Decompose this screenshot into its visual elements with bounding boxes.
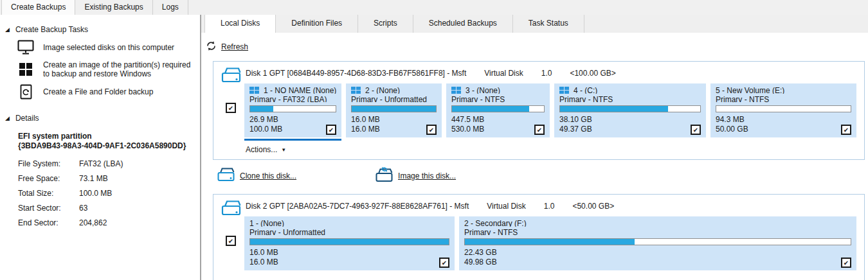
disk-1-checkbox[interactable]: ✔ — [226, 103, 236, 113]
partition-checkbox[interactable]: ✔ — [326, 125, 336, 135]
partition-name: EFI system partition — [18, 132, 195, 141]
partition-type: Primary - FAT32 (LBA) — [249, 95, 336, 101]
partition-sizes: 22.43 GB 49.98 GB — [464, 248, 497, 268]
prop-value: 100.0 MB — [79, 189, 195, 198]
disk-1-header: Disk 1 GPT [0684B449-8957-4D68-83D3-FB67… — [244, 67, 856, 83]
task-label: Image selected disks on this computer — [43, 43, 174, 52]
usage-bar — [351, 105, 437, 112]
image-disk-action[interactable]: Image this disk... — [375, 166, 456, 185]
window-tab-bar: Create Backups Existing Backups Logs — [0, 0, 868, 15]
windows-flag-icon — [451, 87, 461, 94]
disk-title: Disk 1 GPT [0684B449-8957-4D68-83D3-FB67… — [246, 69, 466, 78]
prop-value: 63 — [79, 204, 195, 213]
clone-disk-action[interactable]: Clone this disk... — [217, 167, 296, 184]
partition-type: Primary - NTFS — [559, 95, 701, 101]
windows-flag-icon — [559, 87, 569, 94]
prop-value: 204,862 — [79, 218, 195, 227]
disk-title: Disk 2 GPT [2ABA02A5-7DC7-4963-927F-88E8… — [246, 202, 469, 211]
partition-checkbox[interactable]: ✔ — [439, 258, 449, 268]
tab-create-backups[interactable]: Create Backups — [1, 0, 75, 15]
used-size: 16.0 MB — [351, 115, 380, 125]
partition-name: 2 - (None) — [365, 87, 400, 94]
partition-type: Primary - NTFS — [464, 228, 851, 234]
create-backup-tasks-header[interactable]: ◢ Create Backup Tasks — [5, 25, 197, 34]
used-size: 16.0 MB — [249, 248, 278, 258]
disk-size: <100.00 GB> — [570, 69, 615, 78]
partition-sizes: 94.3 MB 50.00 GB — [716, 115, 748, 135]
partition-name: 2 - Secondary (F:) — [464, 220, 527, 227]
actions-dropdown[interactable]: Actions... ▼ — [246, 145, 856, 154]
usage-bar — [249, 238, 449, 245]
details-header[interactable]: ◢ Details — [5, 114, 197, 123]
tab-task-status[interactable]: Task Status — [513, 15, 584, 33]
partition-tile-2[interactable]: 2 - Secondary (F:) Primary - NTFS 22.43 … — [459, 216, 856, 270]
prop-value: 73.1 MB — [79, 174, 195, 183]
partition-tile-1[interactable]: 1 - (None) Primary - Unformatted 16.0 MB… — [244, 216, 455, 270]
actions-label: Actions... — [246, 145, 277, 154]
expander-icon: ◢ — [5, 116, 10, 121]
windows-logo-icon — [17, 63, 35, 76]
partition-tile-3[interactable]: 3 - (None) Primary - NTFS 447.5 MB 530.0… — [446, 83, 550, 137]
tab-existing-backups[interactable]: Existing Backups — [75, 0, 152, 15]
clone-disk-icon — [217, 167, 235, 184]
task-label: Create an image of the partition(s) requ… — [43, 60, 192, 78]
task-image-windows-partitions[interactable]: Create an image of the partition(s) requ… — [17, 60, 192, 78]
usage-bar — [559, 105, 701, 112]
disk-2-panel: ✔ Disk 2 GPT [2ABA02A5-7DC7-4963-927F-88… — [213, 194, 865, 280]
prop-label: Total Size: — [18, 189, 79, 198]
used-size: 94.3 MB — [716, 115, 748, 125]
partition-sizes: 447.5 MB 530.0 MB — [451, 115, 484, 135]
tab-local-disks[interactable]: Local Disks — [204, 15, 276, 33]
clone-disk-link[interactable]: Clone this disk... — [240, 171, 296, 180]
image-disk-link[interactable]: Image this disk... — [398, 171, 456, 180]
partition-details: EFI system partition {3BDA9B43-98A3-404D… — [18, 132, 195, 227]
partition-guid: {3BDA9B43-98A3-404D-9AF1-2C036A5890DD} — [18, 141, 195, 151]
partition-name: 3 - (None) — [466, 87, 500, 94]
partition-checkbox[interactable]: ✔ — [426, 125, 437, 135]
total-size: 50.00 GB — [716, 125, 748, 135]
usage-bar — [451, 105, 545, 112]
disk-version: 1.0 — [541, 69, 552, 78]
tab-scheduled-backups[interactable]: Scheduled Backups — [413, 15, 513, 33]
partition-checkbox[interactable]: ✔ — [841, 125, 851, 135]
partition-type: Primary - NTFS — [716, 95, 851, 101]
partition-sizes: 16.0 MB 16.0 MB — [249, 248, 278, 268]
disk-2-header: Disk 2 GPT [2ABA02A5-7DC7-4963-927F-88E8… — [244, 200, 856, 216]
total-size: 16.0 MB — [249, 258, 278, 268]
windows-flag-icon — [351, 87, 361, 94]
refresh-link[interactable]: Refresh — [221, 42, 248, 51]
used-size: 22.43 GB — [464, 248, 497, 258]
task-label: Create a File and Folder backup — [43, 87, 153, 96]
image-disk-icon — [375, 166, 393, 185]
usage-bar — [464, 238, 851, 245]
task-file-folder-backup[interactable]: Create a File and Folder backup — [17, 84, 192, 100]
disk-2-checkbox[interactable]: ✔ — [226, 236, 236, 246]
partition-name: 1 - NO NAME (None) — [264, 87, 336, 94]
partition-checkbox[interactable]: ✔ — [841, 258, 851, 268]
partition-sizes: 38.10 GB 49.37 GB — [559, 115, 592, 135]
used-size: 26.9 MB — [249, 115, 282, 125]
disk-actions-row: Clone this disk... Image this disk — [217, 166, 865, 185]
tab-definition-files[interactable]: Definition Files — [276, 15, 358, 33]
file-refresh-icon — [17, 84, 35, 100]
task-image-selected-disks[interactable]: Image selected disks on this computer — [17, 40, 192, 55]
partition-checkbox[interactable]: ✔ — [534, 125, 545, 135]
partition-tile-2[interactable]: 2 - (None) Primary - Unformatted 16.0 MB… — [346, 83, 442, 137]
usage-bar — [249, 105, 336, 112]
used-size: 447.5 MB — [451, 115, 484, 125]
partition-checkbox[interactable]: ✔ — [691, 125, 701, 135]
partition-name: 4 - (C:) — [574, 87, 597, 94]
total-size: 530.0 MB — [451, 125, 484, 135]
tab-logs[interactable]: Logs — [153, 0, 188, 15]
refresh-icon[interactable] — [206, 40, 217, 53]
disk-size: <50.00 GB> — [572, 202, 614, 211]
disk-bus: Virtual Disk — [484, 69, 523, 78]
tab-scripts[interactable]: Scripts — [358, 15, 413, 33]
partition-type: Primary - Unformatted — [249, 228, 449, 234]
partition-name: 5 - New Volume (E:) — [716, 87, 784, 94]
main-tab-bar: Local Disks Definition Files Scripts Sch… — [201, 15, 868, 33]
monitor-icon — [17, 40, 35, 55]
partition-tile-1[interactable]: 1 - NO NAME (None) Primary - FAT32 (LBA)… — [244, 83, 341, 137]
partition-tile-4[interactable]: 4 - (C:) Primary - NTFS 38.10 GB 49.37 G… — [554, 83, 706, 137]
partition-tile-5[interactable]: 5 - New Volume (E:) Primary - NTFS 94.3 … — [710, 83, 856, 137]
